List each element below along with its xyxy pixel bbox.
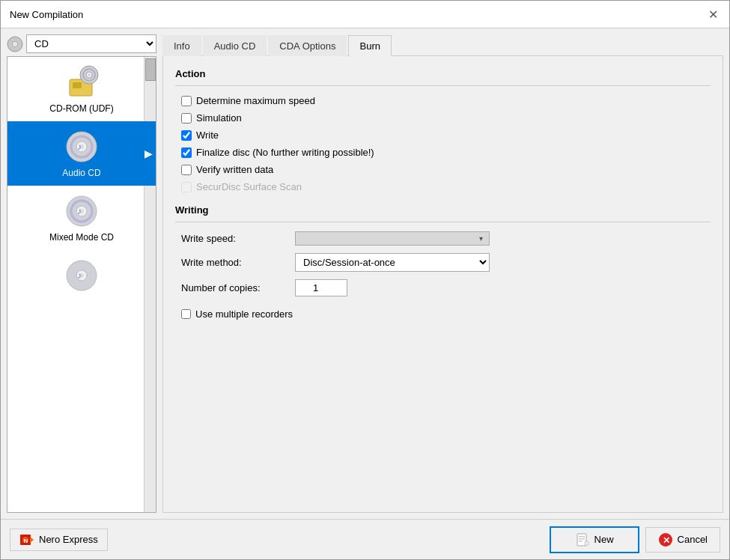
tab-burn[interactable]: Burn: [348, 35, 391, 56]
tab-info[interactable]: Info: [162, 35, 201, 56]
cdrom-udf-icon: [64, 64, 100, 100]
svg-rect-28: [579, 536, 585, 538]
number-of-copies-control: [295, 279, 490, 296]
write-label: Write: [196, 130, 219, 141]
use-multiple-recorders-checkbox[interactable]: [181, 309, 191, 319]
svg-text:♪: ♪: [77, 270, 82, 281]
cancel-button[interactable]: ✕ Cancel: [645, 527, 720, 553]
dialog-title: New Compilation: [10, 9, 83, 20]
nero-express-button[interactable]: N Nero Express: [10, 529, 108, 551]
tab-content-burn: Action Determine maximum speed Simulatio…: [162, 56, 723, 513]
checkbox-write: Write: [181, 130, 711, 141]
verify-written-data-checkbox[interactable]: [181, 165, 192, 175]
write-method-control: Disc/Session-at-once Track-at-once RAW: [295, 253, 490, 272]
tabs-bar: Info Audio CD CDA Options Burn: [162, 34, 723, 56]
finalize-disc-label: Finalize disc (No further writing possib…: [196, 147, 374, 158]
write-speed-arrow-icon: ▾: [479, 234, 483, 243]
write-speed-dropdown[interactable]: ▾: [295, 231, 490, 246]
write-method-dropdown[interactable]: Disc/Session-at-once Track-at-once RAW: [295, 253, 490, 272]
new-button-label: New: [594, 534, 614, 545]
action-divider: [175, 85, 711, 86]
svg-rect-30: [579, 541, 583, 542]
verify-written-data-label: Verify written data: [196, 164, 273, 175]
dialog-window: New Compilation ✕ CD DVD Blu-ray: [0, 0, 730, 560]
writing-section-title: Writing: [175, 204, 711, 216]
disc-type-dropdown[interactable]: CD DVD Blu-ray: [26, 34, 156, 53]
left-panel: CD DVD Blu-ray: [7, 34, 156, 513]
securedisc-checkbox: [181, 182, 192, 192]
mixed-mode-label: Mixed Mode CD: [49, 232, 114, 243]
write-speed-label: Write speed:: [175, 233, 295, 244]
disc-type-list: CD-ROM (UDF) ♪: [7, 56, 156, 513]
svg-text:♪: ♪: [77, 206, 82, 216]
mixed-mode-icon: ♪: [64, 193, 100, 229]
use-multiple-recorders-label: Use multiple recorders: [195, 308, 293, 320]
write-checkbox[interactable]: [181, 130, 192, 141]
extra-cd-icon: ♪: [64, 258, 100, 293]
list-item-audio-cd[interactable]: ♪ Audio CD ▶: [7, 121, 156, 186]
cancel-icon: ✕: [658, 532, 673, 547]
footer-right: New ✕ Cancel: [550, 526, 720, 553]
svg-text:✕: ✕: [663, 535, 670, 545]
checkbox-finalize-disc: Finalize disc (No further writing possib…: [181, 147, 711, 158]
footer-left: N Nero Express: [10, 529, 544, 551]
number-of-copies-row: Number of copies:: [175, 279, 711, 296]
use-multiple-recorders-row: Use multiple recorders: [175, 308, 711, 320]
svg-marker-26: [30, 537, 34, 543]
determine-max-speed-label: Determine maximum speed: [196, 95, 315, 106]
new-button[interactable]: New: [550, 526, 639, 553]
right-panel: Info Audio CD CDA Options Burn Action De…: [162, 34, 723, 513]
dialog-body: CD DVD Blu-ray: [1, 28, 729, 519]
write-method-label: Write method:: [175, 257, 295, 268]
svg-rect-31: [585, 541, 588, 545]
write-speed-row: Write speed: ▾: [175, 231, 711, 246]
svg-point-7: [88, 74, 91, 76]
svg-text:♪: ♪: [77, 141, 82, 152]
checkbox-securedisc: SecurDisc Surface Scan: [181, 181, 711, 192]
write-method-row: Write method: Disc/Session-at-once Track…: [175, 253, 711, 272]
svg-rect-29: [579, 538, 585, 540]
securedisc-label: SecurDisc Surface Scan: [196, 181, 302, 192]
disc-type-row: CD DVD Blu-ray: [7, 34, 156, 53]
list-item-mixed-mode[interactable]: ♪ Mixed Mode CD: [7, 186, 156, 250]
writing-divider: [175, 222, 711, 222]
list-item-extra[interactable]: ♪: [7, 250, 156, 304]
list-item-cdrom-udf[interactable]: CD-ROM (UDF): [7, 57, 156, 121]
nero-express-icon: N: [19, 532, 34, 547]
svg-rect-4: [73, 82, 82, 88]
selected-arrow-icon: ▶: [145, 147, 153, 159]
checkbox-simulation: Simulation: [181, 112, 711, 124]
nero-express-label: Nero Express: [39, 534, 98, 545]
audio-cd-label: Audio CD: [62, 168, 100, 178]
list-items-container: CD-ROM (UDF) ♪: [7, 57, 156, 304]
tab-audio-cd[interactable]: Audio CD: [203, 35, 267, 56]
write-speed-control: ▾: [295, 231, 490, 246]
writing-section: Writing Write speed: ▾ Write method:: [175, 204, 711, 320]
tab-cda-options[interactable]: CDA Options: [268, 35, 347, 56]
number-of-copies-label: Number of copies:: [175, 282, 295, 293]
new-button-icon: [575, 532, 590, 547]
titlebar: New Compilation ✕: [1, 1, 729, 28]
cdrom-udf-label: CD-ROM (UDF): [49, 103, 113, 114]
cd-icon: [7, 36, 23, 52]
number-of-copies-input[interactable]: [295, 279, 347, 296]
determine-max-speed-checkbox[interactable]: [181, 96, 192, 106]
simulation-label: Simulation: [196, 112, 242, 124]
close-button[interactable]: ✕: [705, 7, 720, 22]
cancel-button-label: Cancel: [678, 534, 708, 545]
simulation-checkbox[interactable]: [181, 113, 192, 124]
audio-cd-icon: ♪: [64, 129, 100, 165]
footer: N Nero Express New ✕: [1, 519, 729, 559]
checkbox-determine-max-speed: Determine maximum speed: [181, 95, 711, 106]
svg-point-2: [14, 43, 16, 45]
svg-text:N: N: [24, 537, 28, 544]
action-section-title: Action: [175, 68, 711, 79]
checkbox-verify-written-data: Verify written data: [181, 164, 711, 175]
finalize-disc-checkbox[interactable]: [181, 147, 192, 158]
